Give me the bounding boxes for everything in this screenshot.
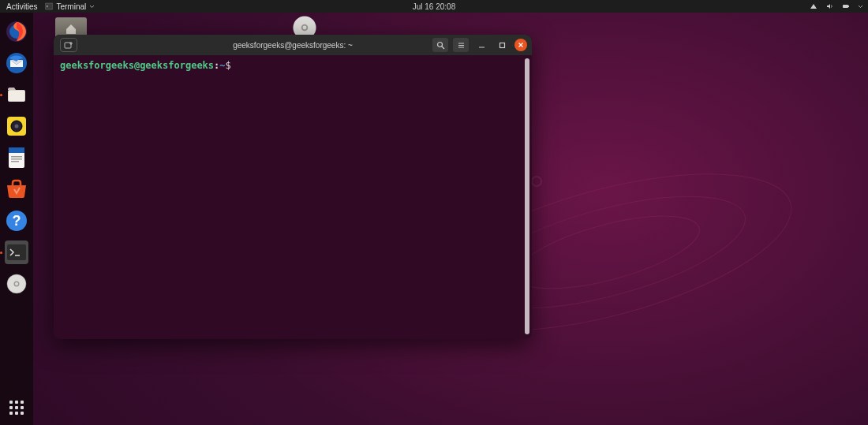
terminal-titlebar[interactable]: geeksforgeeks@geeksforgeeks: ~ [54, 35, 532, 55]
svg-rect-6 [843, 5, 848, 8]
search-icon [436, 41, 445, 50]
volume-icon [826, 2, 834, 10]
hamburger-icon [457, 41, 466, 50]
new-tab-button[interactable] [60, 38, 77, 52]
dock-help[interactable]: ? [5, 209, 28, 233]
close-button[interactable] [514, 39, 527, 51]
dock-files[interactable] [5, 83, 28, 106]
show-applications-button[interactable] [6, 397, 28, 419]
battery-icon [842, 2, 850, 10]
help-icon: ? [6, 210, 28, 232]
terminal-app-icon [45, 2, 53, 10]
svg-rect-19 [11, 158, 22, 160]
svg-point-31 [303, 26, 307, 30]
close-icon [518, 42, 524, 48]
terminal-title: geeksforgeeks@geeksforgeeks: ~ [233, 41, 353, 50]
svg-point-35 [437, 42, 442, 47]
svg-text:?: ? [13, 213, 21, 229]
dock-firefox[interactable] [5, 20, 28, 43]
prompt-dollar: $ [226, 60, 231, 71]
dock-ubuntu-software[interactable] [5, 177, 28, 201]
terminal-body[interactable]: geeksforgeeks@geeksforgeeks:~$ [54, 55, 532, 339]
chevron-down-icon [858, 5, 863, 9]
terminal-scrollbar[interactable] [525, 58, 529, 334]
prompt-user: geeksforgeeks@geeksforgeeks [60, 60, 214, 71]
thunderbird-icon [6, 52, 28, 74]
app-menu[interactable]: Terminal [45, 2, 95, 11]
terminal-window: geeksforgeeks@geeksforgeeks: ~ geeksforg… [54, 35, 532, 339]
terminal-search-button[interactable] [432, 38, 448, 52]
svg-rect-17 [9, 147, 24, 153]
svg-rect-18 [11, 156, 22, 158]
activities-button[interactable]: Activities [6, 2, 37, 11]
files-icon [6, 84, 27, 105]
svg-point-28 [15, 282, 18, 285]
minimize-icon [478, 42, 485, 49]
terminal-menu-button[interactable] [453, 38, 469, 52]
svg-rect-5 [45, 3, 53, 9]
svg-line-36 [442, 47, 444, 49]
dock-terminal[interactable] [5, 240, 28, 264]
system-status-area[interactable] [809, 2, 863, 10]
svg-point-2 [509, 201, 706, 304]
svg-point-15 [15, 125, 19, 129]
dock-libreoffice-writer[interactable] [5, 146, 28, 170]
writer-icon [7, 147, 26, 169]
network-icon [809, 2, 818, 10]
svg-rect-12 [9, 91, 24, 101]
firefox-icon [6, 21, 28, 43]
svg-rect-41 [499, 43, 504, 47]
software-icon [6, 179, 28, 199]
disc-icon [6, 273, 28, 295]
dock: ? [0, 13, 33, 425]
maximize-icon [499, 42, 506, 49]
svg-point-3 [532, 177, 541, 186]
svg-rect-7 [848, 6, 849, 7]
minimize-button[interactable] [473, 38, 489, 52]
app-menu-label: Terminal [56, 2, 86, 11]
dock-thunderbird[interactable] [5, 51, 28, 75]
svg-rect-23 [7, 244, 26, 260]
new-tab-icon [64, 41, 73, 49]
dock-rhythmbox[interactable] [5, 114, 28, 138]
prompt-path: ~ [219, 60, 225, 71]
clock[interactable]: Jul 16 20:08 [413, 2, 456, 11]
rhythmbox-icon [6, 116, 27, 136]
maximize-button[interactable] [494, 38, 510, 52]
dock-disc[interactable] [5, 272, 28, 296]
top-bar: Activities Terminal Jul 16 20:08 [0, 0, 868, 13]
chevron-down-icon [89, 5, 95, 9]
svg-rect-20 [11, 161, 19, 162]
terminal-icon [7, 244, 26, 260]
